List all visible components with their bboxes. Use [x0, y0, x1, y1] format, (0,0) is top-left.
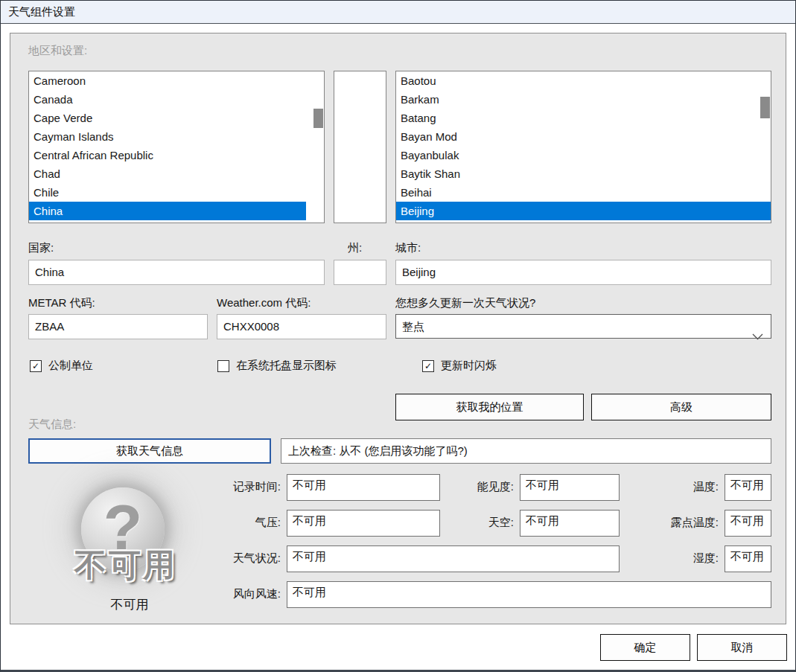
metric-units-checkbox[interactable]: ✓ 公制单位 [30, 359, 93, 373]
update-frequency-select[interactable]: 整点 [395, 314, 771, 339]
country-item-selected[interactable]: China [29, 202, 306, 220]
visibility-label: 能见度: [427, 480, 514, 494]
dialog-title: 天气组件设置 [8, 5, 75, 18]
city-item[interactable]: Batang [396, 109, 771, 127]
country-item[interactable]: Chile [29, 183, 324, 202]
conditions-field: 不可用 [287, 545, 620, 572]
region-settings-label: 地区和设置: [28, 44, 87, 58]
blink-on-update-label: 更新时闪烁 [441, 359, 497, 373]
dew-point-field: 不可用 [725, 510, 771, 537]
city-field-label: 城市: [395, 241, 421, 255]
weathercom-field-label: Weather.com 代码: [217, 296, 311, 310]
sky-field: 不可用 [520, 510, 620, 537]
country-field[interactable]: China [28, 260, 325, 285]
metric-units-label: 公制单位 [48, 359, 93, 373]
tray-icon-checkbox[interactable]: 在系统托盘显示图标 [217, 359, 337, 373]
advanced-button[interactable]: 高级 [591, 394, 771, 420]
update-frequency-value: 整点 [402, 320, 424, 333]
weather-info-label: 天气信息: [28, 417, 76, 432]
city-item[interactable]: Beihai [396, 183, 771, 202]
city-listbox[interactable]: Baotou Barkam Batang Bayan Mod Bayanbula… [395, 71, 771, 223]
city-item[interactable]: Bayan Mod [396, 127, 771, 146]
country-scrollbar-thumb[interactable] [313, 109, 323, 128]
city-item[interactable]: Bayanbulak [396, 146, 771, 164]
ok-button[interactable]: 确定 [600, 634, 690, 661]
country-item[interactable]: Canada [29, 90, 324, 109]
country-item[interactable]: Central African Republic [29, 146, 324, 164]
city-field[interactable]: Beijing [395, 260, 771, 285]
country-item[interactable]: Cameroon [29, 71, 324, 90]
country-listbox[interactable]: Cameroon Canada Cape Verde Cayman Island… [28, 71, 325, 223]
country-field-label: 国家: [28, 241, 54, 255]
humidity-label: 湿度: [628, 551, 719, 566]
unavailable-caption-plain: 不可用 [55, 596, 204, 613]
country-item[interactable]: Chad [29, 164, 324, 183]
checkbox-check-icon[interactable] [217, 360, 229, 372]
dew-point-label: 露点温度: [628, 516, 719, 530]
last-check-status-box: 上次检查: 从不 (您启用该功能了吗?) [281, 438, 771, 464]
title-bar[interactable]: 天气组件设置 [1, 1, 795, 24]
state-listbox[interactable] [334, 71, 386, 223]
city-scrollbar-thumb[interactable] [760, 97, 770, 118]
metar-field-label: METAR 代码: [28, 296, 95, 310]
wind-field: 不可用 [287, 581, 771, 608]
pressure-label: 气压: [189, 516, 281, 530]
weathercom-field[interactable]: CHXX0008 [217, 314, 386, 339]
unavailable-caption-stylized: 不可用 [18, 544, 234, 587]
temperature-label: 温度: [628, 480, 719, 494]
sky-label: 天空: [427, 516, 514, 530]
get-my-location-button[interactable]: 获取我的位置 [395, 394, 584, 420]
city-item[interactable]: Baotou [396, 71, 771, 90]
visibility-field: 不可用 [520, 474, 620, 501]
update-frequency-label: 您想多久更新一次天气状况? [395, 296, 535, 310]
state-field-label: 州: [348, 241, 362, 255]
pressure-field: 不可用 [287, 510, 440, 537]
fetch-weather-button[interactable]: 获取天气信息 [28, 438, 271, 464]
city-item[interactable]: Baytik Shan [396, 164, 771, 183]
record-time-field: 不可用 [287, 474, 440, 501]
city-item-selected[interactable]: Beijing [396, 202, 771, 220]
weather-settings-dialog: 天气组件设置 地区和设置: Cameroon Canada Cape Verde… [0, 0, 796, 672]
tray-icon-label: 在系统托盘显示图标 [236, 359, 337, 373]
settings-panel: 地区和设置: Cameroon Canada Cape Verde Cayman… [10, 33, 786, 624]
record-time-label: 记录时间: [189, 480, 281, 494]
state-field[interactable] [334, 260, 386, 285]
country-item[interactable]: Cayman Islands [29, 127, 324, 146]
blink-on-update-checkbox[interactable]: ✓ 更新时闪烁 [422, 359, 497, 373]
checkbox-check-icon[interactable]: ✓ [422, 360, 434, 372]
humidity-field: 不可用 [725, 545, 771, 572]
temperature-field: 不可用 [725, 474, 771, 501]
metar-field[interactable]: ZBAA [28, 314, 208, 339]
cancel-button[interactable]: 取消 [697, 634, 787, 661]
chevron-down-icon [752, 324, 763, 348]
city-item[interactable]: Barkam [396, 90, 771, 109]
checkbox-check-icon[interactable]: ✓ [30, 360, 42, 372]
country-item[interactable]: Cape Verde [29, 109, 324, 127]
